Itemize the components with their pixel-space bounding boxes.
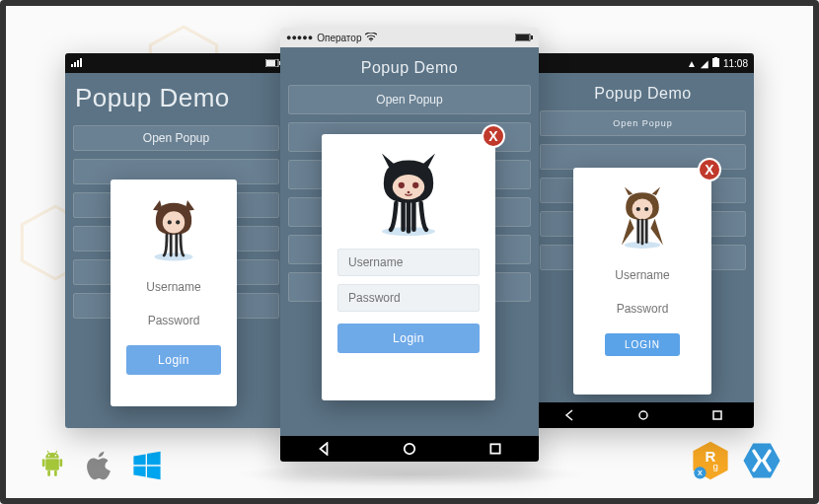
status-bar	[65, 53, 287, 73]
password-input[interactable]	[337, 284, 480, 312]
svg-line-37	[47, 451, 48, 454]
svg-point-12	[176, 220, 180, 224]
back-icon[interactable]	[562, 408, 576, 422]
signal-icon: ◢	[701, 58, 708, 69]
username-input[interactable]	[337, 249, 480, 276]
svg-point-39	[48, 455, 50, 457]
wifi-icon	[365, 33, 377, 43]
svg-rect-35	[47, 470, 50, 476]
octocat-icon	[364, 148, 453, 237]
recents-icon[interactable]	[710, 408, 724, 422]
svg-rect-13	[712, 58, 719, 67]
svg-rect-7	[266, 60, 275, 66]
vendor-icons-row: RgX	[689, 439, 783, 482]
app-title: Popup Demo	[288, 53, 531, 81]
android-nav-bar	[280, 436, 539, 462]
phone-mockup-left: Popup Demo Open Popup	[65, 53, 287, 428]
svg-text:X: X	[698, 469, 703, 476]
username-input[interactable]	[589, 262, 696, 288]
svg-point-40	[55, 455, 57, 457]
open-popup-button[interactable]: Open Popup	[73, 125, 279, 151]
app-title: Popup Demo	[73, 79, 279, 121]
svg-marker-44	[147, 467, 161, 480]
svg-marker-42	[147, 452, 161, 466]
svg-rect-24	[531, 36, 533, 39]
open-popup-button[interactable]: Open Popup	[288, 85, 531, 114]
status-bar: ●●●●● Оператор	[280, 28, 539, 47]
windows-icon	[130, 449, 164, 482]
svg-marker-43	[133, 467, 145, 477]
svg-point-28	[412, 182, 418, 188]
wifi-icon: ▲	[687, 58, 697, 69]
svg-rect-20	[713, 411, 721, 419]
shadow-decoration	[232, 463, 587, 486]
svg-rect-4	[77, 60, 79, 67]
android-icon	[36, 449, 69, 482]
login-button[interactable]: Login	[337, 324, 480, 353]
apple-icon	[83, 449, 116, 482]
svg-point-21	[371, 39, 373, 41]
svg-rect-32	[45, 459, 59, 470]
svg-point-11	[168, 220, 172, 224]
octocat-girl-icon	[139, 193, 208, 262]
octocat-jedi-icon	[608, 181, 677, 251]
svg-point-19	[639, 411, 647, 419]
login-popup: X Login	[322, 134, 495, 400]
svg-point-29	[408, 191, 410, 194]
close-button[interactable]: X	[698, 158, 721, 181]
svg-line-38	[55, 451, 56, 454]
home-icon[interactable]	[636, 408, 650, 422]
svg-point-10	[163, 211, 185, 233]
phone-mockup-center: ●●●●● Оператор Popup Demo Open Popup X	[280, 28, 539, 462]
svg-point-16	[633, 199, 653, 220]
battery-icon	[712, 57, 719, 69]
username-input[interactable]	[126, 274, 221, 300]
svg-marker-41	[133, 454, 145, 465]
phone-mockup-right: ▲ ◢ 11:08 Popup Demo Open Popup X	[532, 53, 754, 428]
svg-point-18	[644, 207, 648, 211]
svg-point-9	[154, 252, 192, 260]
carrier-text: Оператор	[317, 33, 361, 43]
login-button[interactable]: LOGIN	[605, 333, 680, 356]
svg-rect-36	[54, 470, 57, 476]
rg-hex-icon: RgX	[689, 439, 732, 482]
app-title: Popup Demo	[540, 79, 746, 107]
open-popup-button[interactable]: Open Popup	[540, 110, 746, 136]
svg-rect-5	[80, 58, 82, 67]
home-icon[interactable]	[403, 442, 416, 456]
svg-point-17	[636, 207, 640, 211]
android-nav-bar	[532, 402, 754, 428]
svg-point-30	[405, 444, 415, 455]
svg-point-27	[399, 182, 405, 188]
svg-rect-31	[491, 444, 500, 453]
battery-icon	[515, 33, 533, 43]
svg-rect-2	[71, 64, 73, 67]
password-input[interactable]	[589, 296, 696, 322]
battery-icon	[265, 58, 281, 69]
svg-rect-23	[516, 35, 529, 40]
back-icon[interactable]	[317, 442, 331, 456]
svg-rect-33	[42, 459, 45, 467]
login-button[interactable]: Login	[126, 345, 221, 375]
svg-text:g: g	[713, 461, 718, 471]
clock-text: 11:08	[723, 58, 748, 69]
status-bar: ▲ ◢ 11:08	[532, 53, 754, 73]
login-popup: X LOGIN	[573, 168, 711, 395]
login-popup: Login	[111, 180, 237, 406]
close-button[interactable]: X	[482, 124, 505, 148]
svg-rect-34	[59, 459, 62, 467]
svg-rect-3	[74, 62, 76, 67]
xamarin-icon	[740, 439, 783, 482]
signal-icon	[71, 57, 85, 69]
svg-rect-14	[714, 57, 717, 58]
recents-icon[interactable]	[488, 442, 502, 456]
platform-icons-row	[36, 449, 164, 482]
password-input[interactable]	[126, 308, 221, 333]
